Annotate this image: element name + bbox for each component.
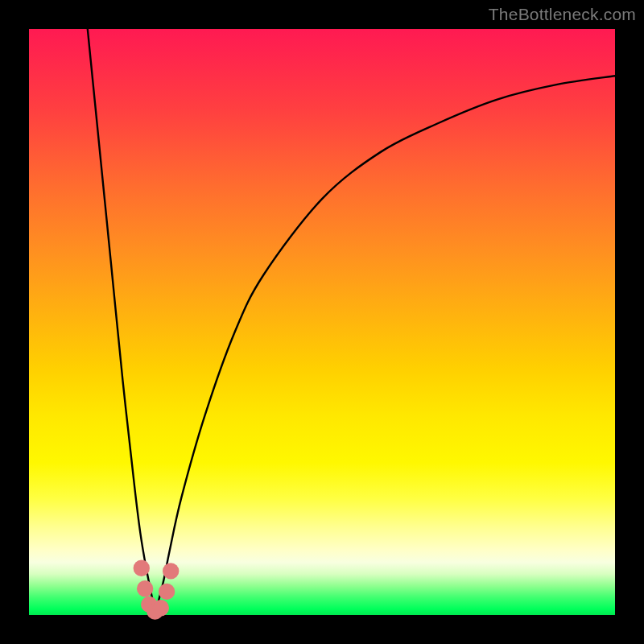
chart-frame: TheBottleneck.com (0, 0, 644, 644)
curve-marker (159, 584, 175, 600)
bottleneck-curve (88, 29, 615, 615)
curve-marker (163, 563, 179, 579)
marker-group (134, 560, 180, 620)
watermark-text: TheBottleneck.com (489, 5, 636, 24)
plot-area (29, 29, 615, 615)
curve-marker (153, 600, 169, 616)
curve-marker (134, 560, 150, 576)
curve-marker (137, 580, 153, 597)
chart-svg (29, 29, 615, 615)
